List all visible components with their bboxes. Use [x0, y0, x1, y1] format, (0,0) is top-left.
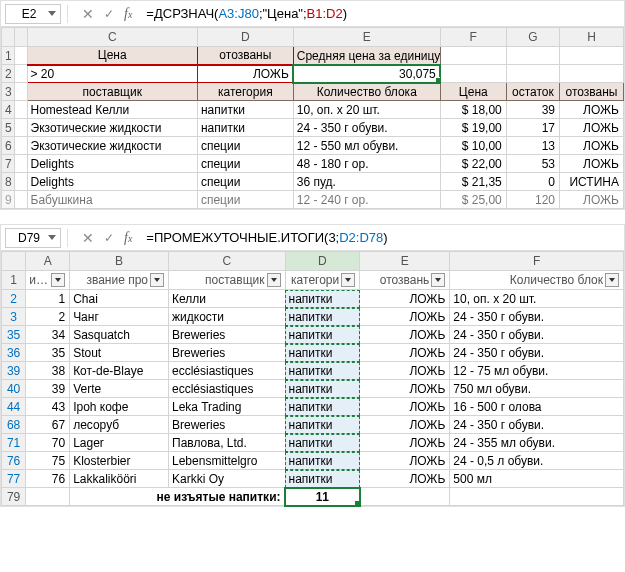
cell[interactable]: ИСТИНА [560, 173, 624, 191]
cell[interactable] [440, 65, 506, 83]
cell[interactable]: Delights [27, 155, 197, 173]
cell[interactable]: 10, оп. x 20 шт. [450, 290, 624, 308]
cell[interactable]: $ 19,00 [440, 119, 506, 137]
cell[interactable] [14, 191, 27, 209]
footer-label[interactable]: не изъятые напитки: [70, 488, 285, 506]
cell[interactable]: 24 - 350 г обуви. [450, 344, 624, 362]
enter-icon[interactable]: ✓ [104, 7, 114, 21]
cell[interactable] [14, 119, 27, 137]
col-header[interactable]: D [285, 252, 360, 271]
row-header[interactable]: 9 [2, 191, 15, 209]
cell[interactable]: 1 [26, 290, 70, 308]
cell[interactable]: ЛОЖЬ [360, 344, 450, 362]
cell[interactable]: напитки [285, 470, 360, 488]
cell[interactable]: 12 - 240 г ор. [293, 191, 440, 209]
cell[interactable] [506, 65, 559, 83]
cell[interactable]: напитки [285, 434, 360, 452]
filter-header[interactable]: поставщик [169, 271, 285, 290]
row-header[interactable]: 44 [2, 398, 26, 416]
cell[interactable]: 24 - 0,5 л обуви. [450, 452, 624, 470]
cell[interactable]: 16 - 500 г олова [450, 398, 624, 416]
fx-icon[interactable]: fx [124, 230, 132, 246]
name-box-dropdown-icon[interactable] [48, 11, 56, 16]
cell[interactable]: напитки [285, 416, 360, 434]
corner[interactable] [2, 252, 26, 271]
row-header[interactable]: 77 [2, 470, 26, 488]
cell[interactable]: ЛОЖЬ [360, 380, 450, 398]
enter-icon[interactable]: ✓ [104, 231, 114, 245]
cell[interactable]: напитки [285, 308, 360, 326]
table-header[interactable]: Количество блока [293, 83, 440, 101]
cell[interactable]: специи [197, 155, 293, 173]
cell[interactable]: Кот-de-Blaye [70, 362, 169, 380]
cell[interactable]: ЛОЖЬ [360, 452, 450, 470]
cell[interactable] [14, 101, 27, 119]
cell[interactable]: Klosterbier [70, 452, 169, 470]
cell[interactable]: напитки [285, 344, 360, 362]
cell[interactable]: 2 [26, 308, 70, 326]
cell[interactable]: напитки [285, 398, 360, 416]
formula-input[interactable]: =ПРОМЕЖУТОЧНЫЕ.ИТОГИ(3;D2:D78) [146, 230, 620, 245]
criteria-cell[interactable]: > 20 [27, 65, 197, 83]
cell[interactable]: 67 [26, 416, 70, 434]
cell[interactable] [360, 488, 450, 506]
cell[interactable]: лесоруб [70, 416, 169, 434]
cell[interactable]: Келли [169, 290, 285, 308]
cell[interactable]: ЛОЖЬ [360, 362, 450, 380]
cell[interactable]: ЛОЖЬ [560, 119, 624, 137]
cell[interactable]: 120 [506, 191, 559, 209]
row-header[interactable]: 35 [2, 326, 26, 344]
cell[interactable]: $ 22,00 [440, 155, 506, 173]
cell[interactable]: напитки [285, 452, 360, 470]
col-header[interactable]: F [450, 252, 624, 271]
cell[interactable]: ЛОЖЬ [360, 416, 450, 434]
col-header[interactable]: A [26, 252, 70, 271]
col-header[interactable]: C [169, 252, 285, 271]
row-header[interactable]: 2 [2, 290, 26, 308]
row-header[interactable]: 8 [2, 173, 15, 191]
cell[interactable]: 10, оп. x 20 шт. [293, 101, 440, 119]
cancel-icon[interactable]: ✕ [82, 6, 94, 22]
row-header[interactable]: 2 [2, 65, 15, 83]
cell[interactable]: 34 [26, 326, 70, 344]
filter-header[interactable]: икат [26, 271, 70, 290]
cell[interactable]: $ 18,00 [440, 101, 506, 119]
col-header[interactable]: F [440, 28, 506, 47]
filter-header[interactable]: звание про [70, 271, 169, 290]
filter-dropdown-icon[interactable] [267, 273, 281, 287]
cell[interactable]: ЛОЖЬ [360, 434, 450, 452]
cell[interactable] [14, 65, 27, 83]
col-header[interactable]: E [293, 28, 440, 47]
filter-dropdown-icon[interactable] [341, 273, 355, 287]
cell[interactable] [14, 83, 27, 101]
col-header[interactable] [14, 28, 27, 47]
cell[interactable] [560, 47, 624, 65]
cell[interactable]: Breweries [169, 326, 285, 344]
cell[interactable]: 12 - 550 мл обуви. [293, 137, 440, 155]
filter-dropdown-icon[interactable] [431, 273, 445, 287]
filter-header[interactable]: отозвань [360, 271, 450, 290]
cell[interactable]: 70 [26, 434, 70, 452]
col-header[interactable]: B [70, 252, 169, 271]
cell[interactable]: 500 мл [450, 470, 624, 488]
cell[interactable]: $ 25,00 [440, 191, 506, 209]
col-header[interactable]: E [360, 252, 450, 271]
cell[interactable]: 43 [26, 398, 70, 416]
col-header[interactable]: G [506, 28, 559, 47]
cell[interactable]: ЛОЖЬ [560, 101, 624, 119]
cell[interactable]: 53 [506, 155, 559, 173]
cell[interactable]: специи [197, 173, 293, 191]
name-box[interactable]: E2 [5, 4, 61, 24]
cell[interactable]: 35 [26, 344, 70, 362]
fx-icon[interactable]: fx [124, 6, 132, 22]
row-header[interactable]: 79 [2, 488, 26, 506]
cell[interactable] [26, 488, 70, 506]
cell[interactable]: Экзотические жидкости [27, 137, 197, 155]
grid-1[interactable]: CDEFGH 1ЦенаотозваныСредняя цена за един… [1, 27, 624, 209]
cell[interactable]: Павлова, Ltd. [169, 434, 285, 452]
row-header[interactable]: 1 [2, 271, 26, 290]
cell[interactable]: 38 [26, 362, 70, 380]
table-header[interactable]: категория [197, 83, 293, 101]
table-header[interactable]: отозваны [560, 83, 624, 101]
cell[interactable]: ЛОЖЬ [360, 470, 450, 488]
